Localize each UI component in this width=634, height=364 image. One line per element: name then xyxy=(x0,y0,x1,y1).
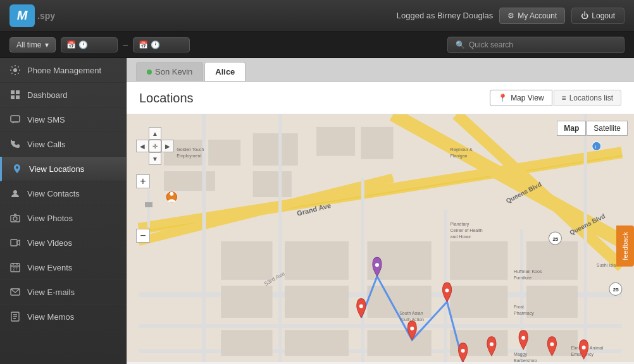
feedback-tab[interactable]: feedback xyxy=(616,226,634,267)
contacts-icon xyxy=(9,188,21,199)
sidebar-item-view-videos[interactable]: View Videos xyxy=(0,231,126,255)
online-indicator xyxy=(147,70,152,75)
sidebar-item-label: View Videos xyxy=(27,238,72,248)
sidebar: Phone Management Dashboard View SMS View… xyxy=(0,58,127,364)
svg-point-80 xyxy=(582,346,586,349)
svg-text:25: 25 xyxy=(613,287,619,293)
svg-text:Barbershop: Barbershop xyxy=(514,358,537,362)
sidebar-item-view-memos[interactable]: View Memos xyxy=(0,305,126,329)
svg-point-77 xyxy=(490,343,494,346)
calendar-icon: 27 xyxy=(9,262,21,273)
logout-button[interactable]: ⏻ Logout xyxy=(571,8,625,24)
zoom-track xyxy=(147,190,150,228)
date-from-input[interactable]: 📅 🕐 xyxy=(61,37,118,52)
my-account-label: My Account xyxy=(518,11,557,20)
svg-text:Center of Health: Center of Health xyxy=(451,228,483,233)
sidebar-item-label: View SMS xyxy=(27,115,65,124)
header: M .spy Logged as Birney Douglas ⚙ My Acc… xyxy=(0,0,634,32)
map-container[interactable]: Grand Ave Queens Blvd Queens Blvd 53rd A… xyxy=(127,114,634,362)
map-navigation: ▲ ◀ ✛ ▶ ▼ xyxy=(136,127,174,165)
tab-label: Son Kevin xyxy=(155,67,192,76)
svg-point-75 xyxy=(410,327,414,331)
zoom-controls: + − xyxy=(136,174,150,243)
svg-rect-42 xyxy=(285,331,349,356)
svg-rect-9 xyxy=(11,240,17,246)
nav-down-button[interactable]: ▼ xyxy=(149,152,161,165)
sidebar-item-label: View Locations xyxy=(29,164,84,174)
sidebar-item-phone-management[interactable]: Phone Management xyxy=(0,58,126,83)
sidebar-item-view-locations[interactable]: View Locations xyxy=(0,157,126,181)
sidebar-item-view-photos[interactable]: View Photos xyxy=(0,206,126,231)
video-icon xyxy=(9,237,21,248)
svg-point-76 xyxy=(461,349,465,353)
sidebar-item-label: View Photos xyxy=(27,214,73,223)
date-to-input[interactable]: 📅 🕐 xyxy=(133,37,190,52)
sidebar-item-view-emails[interactable]: View E-mails xyxy=(0,280,126,305)
map-view-button[interactable]: 📍 Map View xyxy=(490,90,552,106)
zoom-out-button[interactable]: − xyxy=(136,229,150,243)
gear-icon xyxy=(9,64,21,76)
map-type-satellite-button[interactable]: Satellite xyxy=(587,121,628,136)
time-range-select[interactable]: All time ▾ xyxy=(9,37,56,52)
my-account-button[interactable]: ⚙ My Account xyxy=(499,8,565,24)
svg-rect-37 xyxy=(451,241,507,279)
nav-center-button[interactable]: ✛ xyxy=(149,140,161,152)
content-area: Son Kevin Alice Locations 📍 Map View ≡ L… xyxy=(127,58,634,364)
svg-rect-34 xyxy=(285,286,349,317)
sidebar-item-view-calls[interactable]: View Calls xyxy=(0,132,126,157)
sidebar-item-view-contacts[interactable]: View Contacts xyxy=(0,181,126,206)
svg-text:Frost: Frost xyxy=(514,305,524,309)
svg-rect-43 xyxy=(368,331,432,356)
quick-search-placeholder: Quick search xyxy=(469,40,513,49)
sidebar-item-label: View Calls xyxy=(27,140,65,149)
logged-as-text: Logged as Birney Douglas xyxy=(397,11,494,20)
svg-point-74 xyxy=(359,305,363,308)
tab-alice[interactable]: Alice xyxy=(204,62,246,81)
logo-sub: .spy xyxy=(37,11,55,21)
email-icon xyxy=(9,286,21,298)
location-icon xyxy=(11,163,23,174)
svg-text:Maggy: Maggy xyxy=(514,352,528,357)
svg-text:27: 27 xyxy=(13,267,18,271)
svg-text:25: 25 xyxy=(552,236,558,242)
view-toggle: 📍 Map View ≡ Locations list xyxy=(490,90,621,106)
sidebar-item-view-events[interactable]: 27 View Events xyxy=(0,255,126,280)
svg-point-78 xyxy=(521,336,525,340)
main-layout: Phone Management Dashboard View SMS View… xyxy=(0,58,634,364)
chevron-down-icon: ▾ xyxy=(45,40,49,49)
svg-point-82 xyxy=(445,288,449,292)
zoom-in-button[interactable]: + xyxy=(136,174,150,188)
svg-rect-23 xyxy=(139,324,622,328)
tab-son-kevin[interactable]: Son Kevin xyxy=(136,62,203,81)
nav-up-button[interactable]: ▲ xyxy=(149,127,161,140)
search-icon: 🔍 xyxy=(456,40,465,49)
svg-rect-19 xyxy=(253,171,291,197)
svg-rect-41 xyxy=(221,331,272,356)
svg-rect-38 xyxy=(451,286,507,317)
calendar-icon: 📅 xyxy=(66,40,76,49)
sidebar-item-label: Phone Management xyxy=(27,66,101,75)
svg-text:South Asian: South Asian xyxy=(399,311,423,315)
clock-icon: 🕐 xyxy=(78,40,88,49)
sidebar-item-dashboard[interactable]: Dashboard xyxy=(0,83,126,107)
sidebar-item-view-sms[interactable]: View SMS xyxy=(0,107,126,132)
nav-right-button[interactable]: ▶ xyxy=(161,140,174,152)
svg-point-79 xyxy=(550,343,554,346)
camera-icon xyxy=(9,212,21,224)
time-range-label: All time xyxy=(16,40,41,49)
svg-rect-21 xyxy=(361,127,393,159)
calendar-icon-2: 📅 xyxy=(139,40,148,49)
memo-icon xyxy=(9,311,21,322)
nav-left-button[interactable]: ◀ xyxy=(136,140,149,152)
map-pin-icon: 📍 xyxy=(498,94,507,102)
zoom-thumb[interactable] xyxy=(145,202,152,207)
tabs-bar: Son Kevin Alice xyxy=(127,58,634,82)
svg-rect-27 xyxy=(361,178,364,362)
svg-rect-5 xyxy=(11,116,20,122)
svg-text:Furniture: Furniture xyxy=(514,276,531,280)
locations-list-button[interactable]: ≡ Locations list xyxy=(554,90,621,106)
quick-search-box[interactable]: 🔍 Quick search xyxy=(447,37,625,53)
map-type-map-button[interactable]: Map xyxy=(557,121,586,136)
list-icon: ≡ xyxy=(562,94,566,102)
svg-point-84 xyxy=(170,192,173,196)
